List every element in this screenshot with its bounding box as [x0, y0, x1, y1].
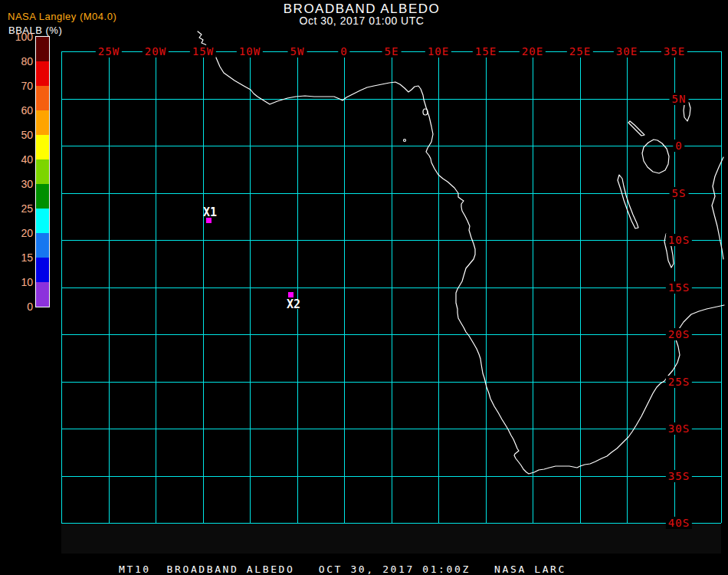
colorbar-tick: 25 — [1, 203, 33, 214]
longitude-label: 20E — [520, 45, 546, 58]
colorbar-segment — [36, 110, 49, 135]
gridline-horizontal — [61, 288, 721, 288]
screenshot-root: NASA Langley (M04.0) BBALB (%) BROADBAND… — [0, 0, 728, 575]
colorbar-tick: 15 — [1, 252, 33, 263]
colorbar-tick: 40 — [1, 154, 33, 165]
latitude-label: 15S — [666, 281, 692, 294]
latitude-label: 20S — [666, 328, 692, 340]
longitude-label: 25E — [567, 45, 593, 58]
lake-albert — [628, 121, 644, 136]
latitude-label: 5S — [670, 187, 689, 199]
latitude-label: 35S — [666, 470, 692, 482]
colorbar-segment — [36, 282, 49, 307]
gridline-horizontal — [61, 99, 721, 100]
longitude-label: 20W — [143, 45, 169, 58]
gridline-horizontal — [61, 240, 721, 241]
sao-tome-island — [404, 140, 406, 142]
colorbar-segment — [36, 135, 49, 159]
gridline-horizontal — [61, 476, 721, 477]
latitude-label: 30S — [666, 422, 692, 435]
colorbar-segment — [36, 86, 49, 110]
colorbar-tick: 0 — [1, 301, 33, 312]
longitude-label: 30E — [614, 45, 640, 58]
colorbar-tick: 60 — [1, 105, 33, 116]
colorbar-tick: 20 — [1, 228, 33, 238]
latitude-label: 40S — [666, 517, 692, 529]
longitude-label: 25W — [96, 45, 122, 58]
no-data-strip — [61, 524, 721, 554]
colorbar-segment — [36, 37, 49, 61]
gridline-vertical — [721, 51, 722, 523]
albedo-colorbar — [35, 36, 50, 307]
africa-coastline — [198, 31, 724, 474]
latitude-label: 5N — [670, 93, 689, 105]
longitude-label: 5W — [288, 45, 307, 58]
longitude-label: 10W — [237, 45, 263, 58]
colorbar-tick: 30 — [1, 179, 33, 189]
site-marker-label: X2 — [287, 297, 300, 311]
longitude-label: 0 — [338, 45, 349, 58]
longitude-label: 10E — [425, 45, 451, 58]
latitude-label: 10S — [666, 234, 692, 246]
colorbar-segment — [36, 233, 49, 258]
gridline-horizontal — [61, 523, 721, 524]
nasa-langley-credit: NASA Langley (M04.0) — [8, 11, 116, 22]
latitude-label: 0 — [673, 140, 684, 152]
gridline-horizontal — [61, 334, 721, 335]
gridline-horizontal — [61, 382, 721, 383]
colorbar-tick: 100 — [1, 31, 33, 42]
colorbar-segment — [36, 61, 49, 86]
longitude-label: 5E — [382, 45, 402, 58]
colorbar-segment — [36, 258, 49, 282]
lake-tanganyika — [618, 175, 638, 228]
colorbar-segment — [36, 159, 49, 184]
gridline-horizontal — [61, 429, 721, 429]
colorbar-tick: 50 — [1, 130, 33, 140]
latitude-label: 25S — [666, 376, 692, 388]
longitude-label: 15E — [473, 45, 499, 58]
colorbar-tick: 70 — [1, 80, 33, 91]
site-marker-dot — [288, 292, 293, 297]
longitude-label: 35E — [661, 45, 687, 58]
timestamp-subtitle: Oct 30, 2017 01:00 UTC — [300, 15, 425, 27]
site-marker-label: X1 — [203, 205, 217, 219]
colorbar-segment — [36, 209, 49, 233]
colorbar-tick: 80 — [1, 56, 33, 67]
longitude-label: 15W — [190, 45, 216, 58]
footer-caption: MT10 BROADBAND ALBEDO OCT 30, 2017 01:00… — [119, 564, 566, 575]
colorbar-tick: 10 — [1, 277, 33, 288]
lake-victoria — [642, 140, 669, 173]
bioko-island — [423, 109, 428, 115]
colorbar-segment — [36, 184, 49, 209]
gridline-horizontal — [61, 193, 721, 194]
gridline-horizontal — [61, 146, 721, 146]
